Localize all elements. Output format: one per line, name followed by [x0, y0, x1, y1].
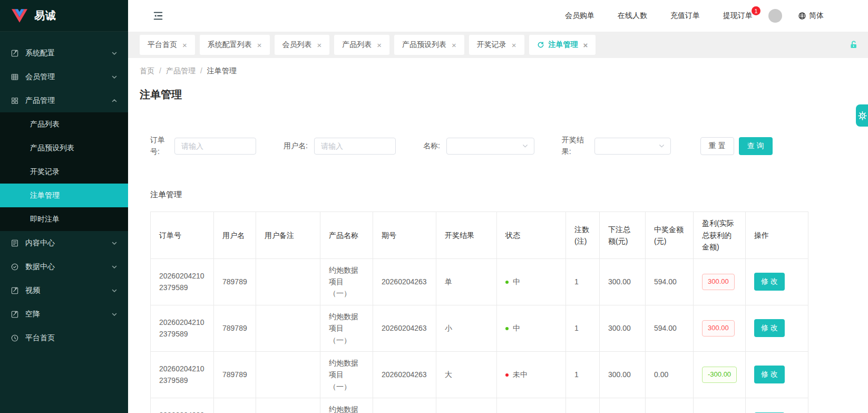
- cell-username: 789789: [214, 351, 256, 398]
- sidebar-subitem-开奖记录[interactable]: 开奖记录: [0, 160, 128, 184]
- cell-period: 20260204263: [373, 258, 436, 305]
- table-row: 202602042102379589789789约炮数据项目（一）2026020…: [151, 258, 808, 305]
- dashboard-icon: [11, 334, 19, 342]
- chevron-down-icon: [111, 311, 118, 318]
- topbar-link-在线人数[interactable]: 在线人数: [618, 11, 647, 21]
- sidebar-item-数据中心[interactable]: 数据中心: [0, 255, 128, 278]
- orders-table-wrap: 订单号用户名用户备注产品名称期号开奖结果状态注数(注)下注总额(元)中奖金额(元…: [150, 212, 868, 413]
- profit-badge: 300.00: [702, 274, 735, 290]
- cell-product: 约炮数据项目（一）: [320, 305, 373, 351]
- cell-status: 未中: [497, 398, 566, 413]
- brand-logo: 易诚: [0, 0, 128, 32]
- tab-系统配置列表[interactable]: 系统配置列表×: [200, 35, 270, 55]
- cell-order-no: 202602042102379589: [151, 305, 214, 351]
- modify-button[interactable]: 修 改: [754, 273, 785, 291]
- chevron-down-icon: [658, 142, 665, 149]
- tab-产品预设列表[interactable]: 产品预设列表×: [394, 35, 464, 55]
- reset-button[interactable]: 重 置: [700, 137, 734, 155]
- edit-square-icon: [11, 49, 19, 57]
- topbar-link-提现订单[interactable]: 提现订单1: [723, 11, 753, 21]
- result-label: 开奖结果:: [562, 135, 588, 157]
- tab-close-icon[interactable]: ×: [512, 41, 516, 49]
- status-text: 未中: [513, 370, 528, 379]
- modify-button[interactable]: 修 改: [754, 366, 785, 383]
- column-header-下注总额(元): 下注总额(元): [600, 212, 646, 258]
- table-row: 202602042102379589789789约炮数据项目（一）2026020…: [151, 305, 808, 351]
- tab-会员列表[interactable]: 会员列表×: [275, 35, 330, 55]
- sidebar-item-系统配置[interactable]: 系统配置: [0, 41, 128, 65]
- sidebar-menu: 系统配置会员管理产品管理产品列表产品预设列表开奖记录注单管理即时注单内容中心数据…: [0, 32, 128, 350]
- table-row: 202602042002174899789789约炮数据项目（三）2026020…: [151, 398, 808, 413]
- chevron-down-icon: [522, 142, 529, 149]
- tab-close-icon[interactable]: ×: [377, 41, 382, 49]
- sidebar-subitem-注单管理[interactable]: 注单管理: [0, 184, 128, 207]
- sidebar-item-label: 数据中心: [25, 262, 111, 272]
- edit-square-icon: [11, 286, 19, 295]
- order-no-input[interactable]: [174, 138, 256, 155]
- cell-remark: [256, 351, 320, 398]
- tab-label: 开奖记录: [477, 40, 506, 50]
- sidebar-item-label: 产品管理: [25, 96, 111, 105]
- sidebar-item-内容中心[interactable]: 内容中心: [0, 231, 128, 255]
- cell-bets: 1: [566, 351, 600, 398]
- cell-product: 约炮数据项目（三）: [320, 398, 373, 413]
- search-button[interactable]: 查 询: [739, 137, 773, 155]
- cell-profit: -300.00: [694, 351, 746, 398]
- tab-close-icon[interactable]: ×: [317, 41, 322, 49]
- tab-close-icon[interactable]: ×: [583, 41, 588, 49]
- result-select[interactable]: [594, 138, 671, 155]
- tab-注单管理[interactable]: 注单管理×: [529, 35, 596, 55]
- cell-total: 300.00: [600, 258, 646, 305]
- tab-平台首页[interactable]: 平台首页×: [140, 35, 195, 55]
- breadcrumb-item-产品管理[interactable]: 产品管理: [166, 66, 196, 75]
- collapse-sidebar-button[interactable]: [152, 10, 164, 22]
- topbar-link-会员购单[interactable]: 会员购单: [565, 11, 594, 21]
- topbar-link-充值订单[interactable]: 充值订单: [670, 11, 700, 21]
- order-no-label: 订单号:: [150, 135, 168, 157]
- tab-label: 产品列表: [342, 40, 372, 50]
- tab-close-icon[interactable]: ×: [452, 41, 456, 49]
- sidebar-item-视频[interactable]: 视频: [0, 278, 128, 302]
- cell-profit: -2000.00: [694, 398, 746, 413]
- table-body: 202602042102379589789789约炮数据项目（一）2026020…: [151, 258, 808, 413]
- language-switcher[interactable]: 简体: [798, 11, 824, 21]
- cell-bets: 1: [566, 398, 600, 413]
- column-header-状态: 状态: [497, 212, 566, 258]
- language-label: 简体: [809, 11, 824, 21]
- sidebar-item-产品管理[interactable]: 产品管理: [0, 89, 128, 112]
- breadcrumb-item-首页[interactable]: 首页: [140, 66, 154, 75]
- tab-close-icon[interactable]: ×: [182, 41, 187, 49]
- refresh-icon: [537, 41, 544, 49]
- column-header-开奖结果: 开奖结果: [436, 212, 497, 258]
- column-header-中奖金额(元): 中奖金额(元): [646, 212, 694, 258]
- column-header-注数(注): 注数(注): [566, 212, 600, 258]
- fold-icon: [152, 10, 164, 22]
- tab-产品列表[interactable]: 产品列表×: [334, 35, 389, 55]
- settings-gear-button[interactable]: [856, 104, 868, 127]
- column-header-用户备注: 用户备注: [256, 212, 320, 258]
- cell-username: 789789: [214, 258, 256, 305]
- document-icon: [11, 239, 19, 247]
- chevron-down-icon: [111, 74, 118, 80]
- status-text: 中: [513, 324, 520, 332]
- avatar[interactable]: [768, 9, 782, 23]
- name-select[interactable]: [446, 138, 534, 155]
- sidebar-item-label: 平台首页: [25, 333, 118, 343]
- sidebar-subitem-产品预设列表[interactable]: 产品预设列表: [0, 136, 128, 160]
- unlock-icon[interactable]: [849, 40, 859, 50]
- sidebar-item-空降[interactable]: 空降: [0, 302, 128, 326]
- chevron-down-icon: [111, 50, 118, 56]
- sidebar-item-平台首页[interactable]: 平台首页: [0, 326, 128, 350]
- sidebar-item-会员管理[interactable]: 会员管理: [0, 65, 128, 89]
- cell-username: 789789: [214, 398, 256, 413]
- sidebar-subitem-产品列表[interactable]: 产品列表: [0, 112, 128, 136]
- cell-username: 789789: [214, 305, 256, 351]
- filter-result: 开奖结果:: [562, 135, 671, 157]
- status-dot: [505, 281, 509, 284]
- modify-button[interactable]: 修 改: [754, 319, 785, 337]
- username-input[interactable]: [314, 138, 396, 155]
- tab-close-icon[interactable]: ×: [257, 41, 262, 49]
- tab-开奖记录[interactable]: 开奖记录×: [469, 35, 524, 55]
- chevron-up-icon: [111, 98, 118, 104]
- sidebar-subitem-即时注单[interactable]: 即时注单: [0, 207, 128, 231]
